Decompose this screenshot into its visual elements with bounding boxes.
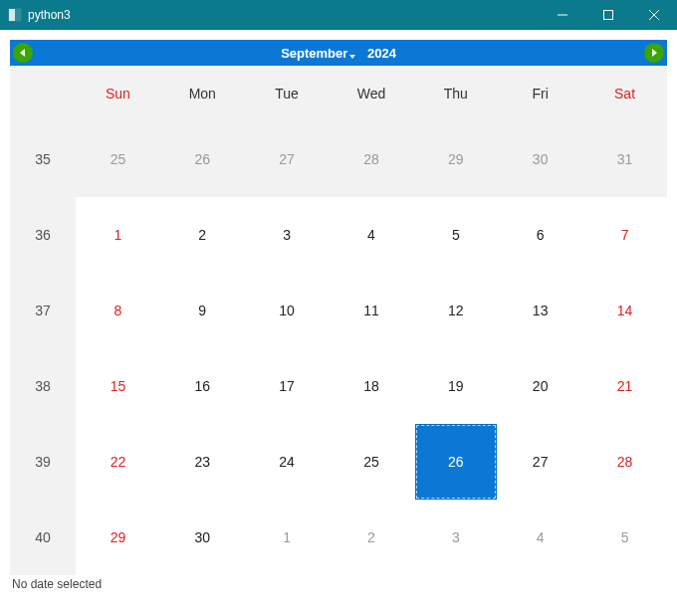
- month-selector[interactable]: September: [281, 46, 349, 61]
- day-cell[interactable]: 29: [76, 500, 160, 575]
- day-cell[interactable]: 19: [413, 348, 498, 424]
- next-month-button[interactable]: [644, 43, 664, 63]
- day-cell[interactable]: 5: [582, 500, 667, 575]
- day-cell[interactable]: 23: [160, 424, 245, 500]
- day-cell[interactable]: 28: [330, 121, 414, 197]
- day-cell[interactable]: 1: [245, 500, 330, 575]
- day-cell[interactable]: 27: [498, 424, 582, 500]
- day-header: Fri: [498, 66, 582, 121]
- week-number-header: [10, 66, 76, 121]
- day-cell[interactable]: 21: [582, 348, 667, 424]
- day-cell[interactable]: 7: [582, 197, 667, 273]
- day-cell[interactable]: 22: [76, 424, 160, 500]
- day-cell[interactable]: 5: [413, 197, 498, 273]
- close-button[interactable]: [631, 0, 677, 30]
- day-cell[interactable]: 3: [245, 197, 330, 273]
- day-cell[interactable]: 13: [498, 273, 582, 348]
- day-cell[interactable]: 2: [330, 500, 414, 575]
- day-cell[interactable]: 17: [245, 348, 330, 424]
- day-cell[interactable]: 27: [245, 121, 330, 197]
- calendar-row: 40293012345: [10, 500, 667, 575]
- day-cell[interactable]: 2: [160, 197, 245, 273]
- day-cell[interactable]: 26: [413, 424, 498, 500]
- svg-marker-7: [652, 49, 657, 57]
- titlebar: python3: [0, 0, 677, 30]
- day-cell[interactable]: 15: [76, 348, 160, 424]
- day-cell[interactable]: 18: [330, 348, 414, 424]
- day-cell[interactable]: 1: [76, 197, 160, 273]
- day-cell[interactable]: 10: [245, 273, 330, 348]
- day-cell[interactable]: 25: [330, 424, 414, 500]
- day-cell[interactable]: 30: [160, 500, 245, 575]
- status-text: No date selected: [10, 575, 667, 591]
- year-selector[interactable]: 2024: [353, 46, 396, 61]
- week-number: 35: [10, 121, 76, 197]
- day-header: Sun: [76, 66, 160, 121]
- maximize-button[interactable]: [585, 0, 631, 30]
- week-number: 36: [10, 197, 76, 273]
- day-cell[interactable]: 20: [498, 348, 582, 424]
- calendar-header: September 2024: [10, 40, 667, 66]
- day-cell[interactable]: 26: [160, 121, 245, 197]
- day-cell[interactable]: 9: [160, 273, 245, 348]
- day-header: Tue: [245, 66, 330, 121]
- app-icon: [8, 8, 22, 22]
- day-cell[interactable]: 14: [582, 273, 667, 348]
- day-cell[interactable]: 31: [582, 121, 667, 197]
- day-header: Wed: [330, 66, 414, 121]
- day-cell[interactable]: 4: [498, 500, 582, 575]
- day-header: Sat: [582, 66, 667, 121]
- window-title: python3: [28, 8, 71, 22]
- svg-marker-6: [20, 49, 25, 57]
- calendar-grid: Sun Mon Tue Wed Thu Fri Sat 352526272829…: [10, 66, 667, 575]
- day-header-row: Sun Mon Tue Wed Thu Fri Sat: [10, 66, 667, 121]
- svg-rect-1: [9, 9, 15, 21]
- calendar-row: 3815161718192021: [10, 348, 667, 424]
- day-cell[interactable]: 11: [330, 273, 414, 348]
- calendar-row: 37891011121314: [10, 273, 667, 348]
- week-number: 38: [10, 348, 76, 424]
- calendar-body: 3525262728293031361234567378910111213143…: [10, 121, 667, 575]
- calendar-row: 3525262728293031: [10, 121, 667, 197]
- day-cell[interactable]: 6: [498, 197, 582, 273]
- day-cell[interactable]: 28: [582, 424, 667, 500]
- prev-month-button[interactable]: [13, 43, 33, 63]
- week-number: 37: [10, 273, 76, 348]
- day-cell[interactable]: 8: [76, 273, 160, 348]
- day-header: Mon: [160, 66, 245, 121]
- day-cell[interactable]: 16: [160, 348, 245, 424]
- day-cell[interactable]: 30: [498, 121, 582, 197]
- day-cell[interactable]: 3: [413, 500, 498, 575]
- day-cell[interactable]: 4: [330, 197, 414, 273]
- minimize-button[interactable]: [540, 0, 585, 30]
- day-cell[interactable]: 25: [76, 121, 160, 197]
- calendar-row: 361234567: [10, 197, 667, 273]
- svg-rect-3: [604, 11, 613, 20]
- calendar-row: 3922232425262728: [10, 424, 667, 500]
- day-cell[interactable]: 29: [413, 121, 498, 197]
- day-cell[interactable]: 12: [413, 273, 498, 348]
- week-number: 39: [10, 424, 76, 500]
- day-header: Thu: [413, 66, 498, 121]
- week-number: 40: [10, 500, 76, 575]
- day-cell[interactable]: 24: [245, 424, 330, 500]
